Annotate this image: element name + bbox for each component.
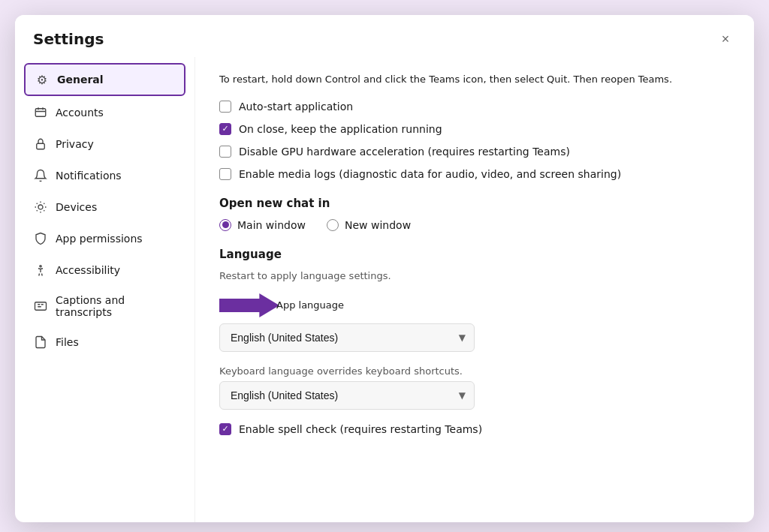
new-window-radio[interactable] (327, 219, 339, 231)
accounts-icon (33, 105, 48, 120)
sidebar-item-accounts[interactable]: Accounts (24, 98, 185, 128)
sidebar-label-accounts: Accounts (56, 107, 104, 119)
svg-rect-0 (35, 109, 46, 117)
sidebar-label-general: General (57, 74, 104, 86)
svg-marker-5 (219, 293, 279, 317)
disable-gpu-label[interactable]: Disable GPU hardware acceleration (requi… (239, 146, 570, 158)
sidebar-label-notifications: Notifications (56, 170, 122, 182)
main-window-radio[interactable] (219, 219, 231, 231)
spell-check-label[interactable]: Enable spell check (requires restarting … (239, 423, 482, 435)
open-chat-title: Open new chat in (219, 197, 730, 210)
restart-info-text: To restart, hold down Control and click … (219, 72, 730, 87)
window-title: Settings (33, 30, 104, 48)
sidebar-item-app-permissions[interactable]: App permissions (24, 224, 185, 254)
sidebar-item-devices[interactable]: Devices (24, 192, 185, 222)
language-title: Language (219, 248, 730, 261)
spell-check-checkbox[interactable] (219, 423, 231, 435)
media-logs-label[interactable]: Enable media logs (diagnostic data for a… (239, 168, 621, 180)
keep-running-checkbox[interactable] (219, 123, 231, 135)
main-window-label: Main window (237, 219, 306, 231)
sidebar-label-accessibility: Accessibility (56, 264, 120, 276)
sidebar-item-notifications[interactable]: Notifications (24, 161, 185, 191)
shield-icon (33, 231, 48, 246)
app-language-label: App language (276, 299, 344, 311)
app-language-select-wrapper: English (United States) Español Français… (219, 323, 475, 352)
accessibility-icon (33, 263, 48, 278)
svg-rect-4 (35, 302, 47, 311)
devices-icon (33, 200, 48, 215)
auto-start-label[interactable]: Auto-start application (239, 101, 353, 113)
sidebar-label-devices: Devices (56, 201, 97, 213)
sidebar-label-app-permissions: App permissions (56, 233, 143, 245)
disable-gpu-row: Disable GPU hardware acceleration (requi… (219, 146, 730, 158)
svg-rect-1 (37, 143, 45, 149)
app-language-select[interactable]: English (United States) Español Français… (219, 323, 475, 352)
auto-start-row: Auto-start application (219, 101, 730, 113)
sidebar-label-captions: Captions and transcripts (56, 294, 176, 318)
media-logs-row: Enable media logs (diagnostic data for a… (219, 168, 730, 180)
sidebar-item-privacy[interactable]: Privacy (24, 129, 185, 159)
new-window-option[interactable]: New window (327, 219, 411, 231)
content-area: ⚙️ General Accounts Privacy Notificatio (15, 57, 754, 522)
title-bar: Settings × (15, 15, 754, 57)
keyboard-language-select-wrapper: English (United States) Español Français… (219, 381, 475, 410)
settings-window: Settings × ⚙️ General Accounts Privacy (15, 15, 754, 522)
captions-icon (33, 299, 48, 314)
media-logs-checkbox[interactable] (219, 168, 231, 180)
spell-check-row: Enable spell check (requires restarting … (219, 423, 730, 435)
bell-icon (33, 168, 48, 183)
purple-arrow-icon (219, 292, 279, 319)
gear-icon: ⚙️ (35, 72, 50, 87)
keep-running-label[interactable]: On close, keep the application running (239, 123, 442, 135)
svg-point-2 (38, 205, 43, 209)
language-restart-note: Restart to apply language settings. (219, 270, 730, 281)
keyboard-language-label: Keyboard language overrides keyboard sho… (219, 365, 730, 377)
sidebar-item-files[interactable]: Files (24, 327, 185, 357)
close-button[interactable]: × (715, 29, 736, 50)
new-window-label: New window (345, 219, 411, 231)
main-content: To restart, hold down Control and click … (195, 57, 754, 522)
file-icon (33, 335, 48, 350)
keep-running-row: On close, keep the application running (219, 123, 730, 135)
lock-icon (33, 137, 48, 152)
main-window-option[interactable]: Main window (219, 219, 306, 231)
app-language-arrow-row: App language (219, 292, 730, 319)
sidebar-item-accessibility[interactable]: Accessibility (24, 255, 185, 285)
open-chat-radio-group: Main window New window (219, 219, 730, 231)
sidebar-label-privacy: Privacy (56, 138, 94, 150)
auto-start-checkbox[interactable] (219, 101, 231, 113)
svg-point-3 (40, 266, 41, 267)
sidebar: ⚙️ General Accounts Privacy Notificatio (15, 57, 195, 522)
sidebar-label-files: Files (56, 336, 79, 348)
keyboard-language-select[interactable]: English (United States) Español Français… (219, 381, 475, 410)
sidebar-item-captions[interactable]: Captions and transcripts (24, 287, 185, 326)
sidebar-item-general[interactable]: ⚙️ General (24, 63, 185, 96)
disable-gpu-checkbox[interactable] (219, 146, 231, 158)
